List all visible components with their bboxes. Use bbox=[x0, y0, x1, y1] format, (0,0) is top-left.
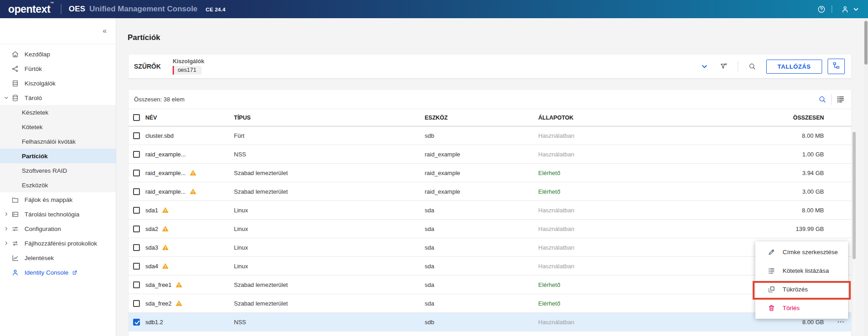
warning-icon bbox=[162, 262, 169, 270]
warning-icon bbox=[162, 225, 169, 232]
context-menu-item-label: Törlés bbox=[783, 305, 800, 311]
cell-name: sda_free1 bbox=[145, 281, 172, 288]
table-row-sdb1-2[interactable]: sdb1.2NSSsdbHasználatban8.00 GB bbox=[129, 313, 851, 331]
chevron-down-icon[interactable] bbox=[700, 62, 709, 70]
row-checkbox[interactable] bbox=[133, 244, 140, 251]
sidebar-item-f-rt-k[interactable]: Fürtök bbox=[0, 61, 116, 76]
table-row-raid-example[interactable]: raid_example...NSSraid_exampleHasználatb… bbox=[129, 145, 851, 164]
page-scrollbar[interactable] bbox=[864, 18, 868, 336]
context-menu-item-k-tetek-list-z-sa[interactable]: Kötetek listázása bbox=[755, 261, 848, 280]
cell-type: NSS bbox=[234, 319, 425, 326]
trademark: ™ bbox=[50, 1, 54, 5]
row-checkbox[interactable] bbox=[133, 188, 140, 195]
sidebar-item-jelent-sek[interactable]: Jelentések bbox=[0, 251, 116, 265]
cell-device: sda bbox=[425, 226, 538, 232]
select-all-checkbox[interactable] bbox=[133, 114, 140, 121]
sidebar-item-label: Tárolási technológia bbox=[25, 211, 79, 218]
cell-device: sda bbox=[425, 263, 538, 270]
sidebar-item-kezd-lap[interactable]: Kezdőlap bbox=[0, 47, 116, 61]
context-menu-item-t-kr-z-s[interactable]: Tükrözés bbox=[755, 280, 848, 299]
table-row-sda1[interactable]: sda1LinuxsdaHasználatban8.00 MB bbox=[129, 201, 851, 220]
row-checkbox[interactable] bbox=[133, 263, 140, 270]
sidebar-item-part-ci-k[interactable]: Partíciók bbox=[0, 149, 116, 163]
cell-device: sdb bbox=[425, 319, 538, 326]
sidebar-item-eszk-z-k[interactable]: Eszközök bbox=[0, 178, 116, 192]
sidebar-collapse-button[interactable]: « bbox=[103, 27, 107, 35]
table-row-sda-free1[interactable]: sda_free1Szabad lemezterületsdaElérhető bbox=[129, 276, 851, 294]
cell-name: sda4 bbox=[145, 263, 158, 270]
cell-device: sdb bbox=[425, 132, 538, 139]
sidebar-item-label: Felhasználói kvóták bbox=[22, 138, 76, 145]
sidebar: « KezdőlapFürtökKiszolgálókTárolóKészlet… bbox=[0, 18, 116, 336]
chevron-down-icon[interactable] bbox=[4, 95, 11, 100]
chevron-right-icon[interactable] bbox=[4, 211, 11, 217]
column-header-eszk-z[interactable]: ESZKÖZ bbox=[425, 115, 538, 121]
table-header-row: NÉVTÍPUSESZKÖZÁLLAPOTOKÖSSZESEN bbox=[129, 109, 851, 126]
cell-type: Szabad lemezterület bbox=[234, 170, 425, 176]
column-header-llapotok[interactable]: ÁLLAPOTOK bbox=[538, 115, 665, 121]
user-icon[interactable] bbox=[841, 5, 849, 14]
filter-bar: SZŰRŐK Kiszolgálók oes171 TALLÓZÁS bbox=[129, 55, 851, 78]
sidebar-item-identity-console[interactable]: Identity Console bbox=[0, 265, 116, 280]
cell-name: sda_free2 bbox=[145, 300, 172, 307]
table-row-raid-example[interactable]: raid_example...Szabad lemezterületraid_e… bbox=[129, 164, 851, 182]
scrollbar-thumb[interactable] bbox=[853, 132, 856, 259]
table-row-sda2[interactable]: sda2LinuxsdaHasználatban139.99 GB bbox=[129, 220, 851, 238]
row-checkbox[interactable] bbox=[133, 151, 140, 158]
column-header-n-v[interactable]: NÉV bbox=[145, 115, 234, 121]
sidebar-item-t-rol[interactable]: Tároló bbox=[0, 90, 116, 105]
warning-icon bbox=[189, 169, 197, 176]
search-icon[interactable] bbox=[818, 95, 827, 104]
cell-total: 139.99 GB bbox=[665, 226, 824, 232]
sidebar-item-szoftveres-raid[interactable]: Szoftveres RAID bbox=[0, 163, 116, 178]
sidebar-item-felhaszn-l-i-kv-t-k[interactable]: Felhasználói kvóták bbox=[0, 134, 116, 149]
row-checkbox[interactable] bbox=[133, 226, 140, 232]
divider bbox=[738, 61, 738, 72]
table-row-raid-example[interactable]: raid_example...Szabad lemezterületraid_e… bbox=[129, 182, 851, 201]
cell-device: sda bbox=[425, 281, 538, 288]
row-checkbox[interactable] bbox=[133, 207, 140, 214]
chevron-right-icon[interactable] bbox=[4, 241, 11, 246]
cell-name: raid_example... bbox=[145, 151, 186, 158]
scrollbar-thumb[interactable] bbox=[864, 21, 868, 65]
context-menu-item-c-mke-szerkeszt-se[interactable]: Címke szerkesztése bbox=[755, 243, 848, 261]
row-actions-menu-icon[interactable] bbox=[837, 318, 845, 326]
table-scrollbar[interactable] bbox=[853, 129, 856, 332]
sidebar-item-t-rol-si-technol-gia[interactable]: Tárolási technológia bbox=[0, 207, 116, 221]
chevron-right-icon[interactable] bbox=[4, 226, 11, 231]
sidebar-item-f-jlok-s-mapp-k[interactable]: Fájlok és mappák bbox=[0, 192, 116, 207]
sidebar-item-k-tetek[interactable]: Kötetek bbox=[0, 120, 116, 134]
chevron-down-icon[interactable] bbox=[852, 5, 860, 13]
cell-status: Használatban bbox=[538, 151, 665, 158]
tree-view-button[interactable] bbox=[828, 59, 845, 74]
sidebar-item-k-szletek[interactable]: Készletek bbox=[0, 105, 116, 120]
help-circle-icon[interactable] bbox=[817, 5, 826, 14]
row-checkbox[interactable] bbox=[133, 319, 140, 326]
filter-chip[interactable]: oes171 bbox=[173, 66, 202, 75]
browse-button[interactable]: TALLÓZÁS bbox=[766, 60, 822, 74]
pencil-icon bbox=[768, 248, 775, 256]
row-checkbox[interactable] bbox=[133, 281, 140, 288]
sidebar-item-f-jlhozz-f-r-si-protokollok[interactable]: Fájlhozzáférési protokollok bbox=[0, 236, 116, 251]
person-icon bbox=[11, 269, 20, 276]
items-count: Összesen: 38 elem bbox=[134, 96, 184, 103]
row-checkbox[interactable] bbox=[133, 300, 140, 307]
sidebar-item-configuration[interactable]: Configuration bbox=[0, 221, 116, 236]
filter-clear-icon[interactable] bbox=[719, 62, 728, 70]
sidebar-item-label: Jelentések bbox=[25, 255, 54, 261]
row-checkbox[interactable] bbox=[133, 170, 140, 176]
table-row-sda-free2[interactable]: sda_free2Szabad lemezterületsdaElérhető bbox=[129, 294, 851, 313]
column-header-t-pus[interactable]: TÍPUS bbox=[234, 115, 425, 121]
table-row-sda3[interactable]: sda3LinuxsdaHasználatban bbox=[129, 238, 851, 257]
list-view-icon[interactable] bbox=[836, 95, 845, 104]
warning-icon bbox=[162, 244, 169, 251]
table-row-sda4[interactable]: sda4LinuxsdaHasználatban bbox=[129, 257, 851, 276]
search-icon[interactable] bbox=[748, 62, 756, 70]
column-header-sszesen[interactable]: ÖSSZESEN bbox=[665, 115, 824, 121]
row-checkbox[interactable] bbox=[133, 132, 140, 139]
context-menu-item-t-rl-s[interactable]: Törlés bbox=[755, 299, 848, 317]
cell-status: Használatban bbox=[538, 132, 665, 139]
sidebar-item-kiszolg-l-k[interactable]: Kiszolgálók bbox=[0, 76, 116, 90]
cell-status: Használatban bbox=[538, 263, 665, 270]
table-row-cluster-sbd[interactable]: cluster.sbdFürtsdbHasználatban8.00 MB bbox=[129, 126, 851, 145]
